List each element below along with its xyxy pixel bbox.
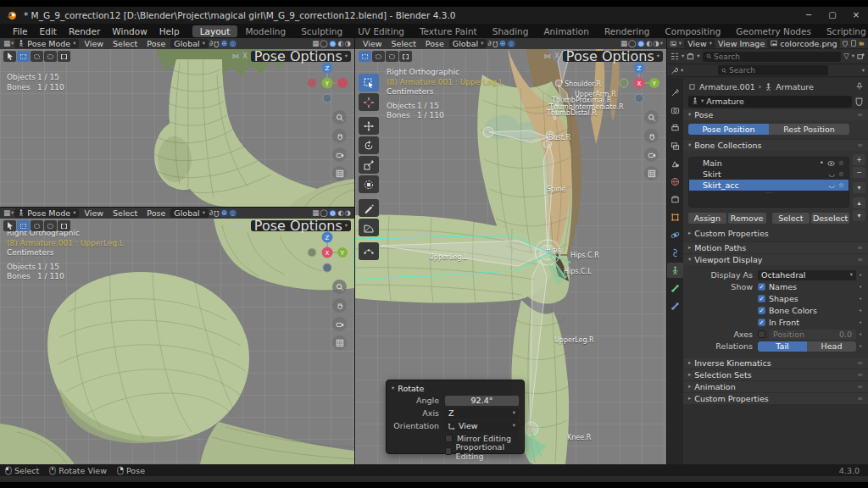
mirror-x-icon[interactable]: X (242, 53, 248, 60)
workspace-tab-geometry-nodes[interactable]: Geometry Nodes (728, 25, 819, 37)
menu-view[interactable]: View (80, 39, 108, 48)
grip-icon[interactable]: ≡ (857, 244, 863, 252)
names-checkbox[interactable]: ✓ (758, 283, 765, 291)
add-collection-button[interactable]: + (853, 154, 865, 165)
star-icon[interactable]: ☆ (838, 170, 844, 178)
menu-pose[interactable]: Pose (142, 39, 170, 48)
workspace-tab-uv-editing[interactable]: UV Editing (350, 25, 412, 37)
gizmo-toggle-icon[interactable]: ∂ (487, 40, 491, 47)
shading-solid-icon[interactable]: ● (329, 209, 337, 217)
remove-button[interactable]: Remove (728, 213, 766, 224)
section-inverse-kinematics[interactable]: ▸ Inverse Kinematics ≡ (683, 358, 868, 369)
eye-hidden-icon[interactable]: ◡ (829, 170, 835, 178)
orientation-selector[interactable]: Global▾ (170, 208, 209, 218)
menu-file[interactable]: File (7, 26, 34, 36)
pose-options-dropdown[interactable]: Pose Options▾ (251, 220, 351, 231)
mode-selector[interactable]: Pose Mode▾ (14, 39, 79, 48)
workspace-tab-animation[interactable]: Animation (536, 25, 597, 37)
grip-icon[interactable]: ≡ (857, 141, 863, 149)
tool-pose-breakdowner[interactable] (359, 242, 379, 260)
shading-wireframe-icon[interactable]: ◯ (320, 40, 328, 47)
list-resize-grip[interactable]: ···· (689, 191, 849, 196)
tab-collection[interactable] (667, 191, 683, 207)
workspace-tab-rendering[interactable]: Rendering (597, 25, 658, 37)
workspace-tab-texture-paint[interactable]: Texture Paint (412, 25, 485, 37)
toggle-grid-icon[interactable] (332, 336, 347, 350)
breadcrumb-data[interactable]: Armature (776, 82, 814, 92)
workspace-tab-layout[interactable]: Layout (192, 25, 238, 37)
assign-button[interactable]: Assign (688, 213, 726, 224)
eye-visible-icon[interactable] (827, 161, 835, 166)
workspace-tab-scripting[interactable]: Scripting (819, 25, 868, 37)
section-custom-properties[interactable]: ▸ Custom Properties ≡ (683, 393, 868, 404)
grip-icon[interactable]: ≡ (857, 371, 863, 379)
image-mode-dropdown[interactable]: View▾ (684, 39, 715, 48)
outliner-search[interactable] (703, 52, 842, 62)
navigation-gizmo[interactable]: Z X Y (617, 59, 661, 108)
tab-object[interactable] (667, 209, 683, 225)
tab-bone[interactable] (667, 280, 683, 296)
proportional-edit-icon[interactable]: ◎ (229, 40, 236, 47)
mirror-x-icon[interactable]: X (554, 53, 559, 60)
snap-magnet-icon[interactable]: Ω (214, 40, 220, 47)
rotate-operator-panel[interactable]: ▾Rotate Angle 92.4° Axis Z▾ Orientation … (386, 380, 525, 454)
shading-solid-icon[interactable]: ● (329, 40, 337, 47)
grip-icon[interactable]: ≡ (857, 359, 863, 367)
animate-dot-icon[interactable]: • (856, 272, 865, 279)
tool-select-box[interactable] (359, 74, 379, 92)
menu-edit[interactable]: Edit (34, 26, 63, 36)
relations-head-button[interactable]: Head (807, 341, 856, 352)
select-lasso-button[interactable] (386, 51, 398, 62)
menu-pose[interactable]: Pose (421, 39, 448, 48)
close-button[interactable]: × (844, 7, 868, 24)
editor-type-icon[interactable]: ▦ (3, 40, 10, 47)
pan-hand-icon[interactable] (332, 129, 347, 143)
proportional-editing-checkbox[interactable] (445, 447, 452, 455)
zoom-icon[interactable] (332, 280, 347, 294)
menu-render[interactable]: Render (63, 26, 106, 36)
animate-dot-icon[interactable]: • (856, 296, 865, 302)
shading-rendered-icon[interactable]: ◑ (653, 40, 659, 47)
workspace-tab-sculpting[interactable]: Sculpting (293, 25, 350, 37)
workspace-tab-shading[interactable]: Shading (485, 25, 537, 37)
tab-view-layer[interactable] (667, 138, 683, 153)
shading-material-icon[interactable]: ◐ (337, 40, 343, 47)
xray-toggle-icon[interactable]: ▦ (620, 40, 627, 47)
properties-search[interactable] (718, 65, 828, 75)
menu-select[interactable]: Select (108, 208, 142, 218)
section-bone-collections[interactable]: ▾ Bone Collections ≡ (683, 140, 868, 151)
viewport-center[interactable]: View Select Pose Global▾ ∂ Ω ⊕ ◎ ▦ ◯ ● ◐… (355, 38, 666, 464)
axes-position-slider[interactable]: Position0.0 (769, 330, 856, 340)
menu-view[interactable]: View (359, 39, 387, 48)
axis-dropdown[interactable]: Z▾ (445, 408, 519, 419)
select-box-button[interactable] (17, 51, 30, 62)
select-lasso-button[interactable] (44, 51, 57, 62)
navigation-gizmo[interactable]: Z Y (305, 59, 349, 108)
camera-view-icon[interactable] (332, 317, 347, 331)
axes-checkbox[interactable] (758, 330, 765, 338)
tab-tool[interactable] (667, 85, 683, 100)
rest-position-button[interactable]: Rest Position (769, 124, 849, 135)
display-as-dropdown[interactable]: Octahedral▾ (758, 270, 856, 280)
tool-measure[interactable] (359, 219, 379, 236)
toggle-grid-icon[interactable] (332, 166, 347, 180)
tab-output[interactable] (667, 120, 683, 136)
snap-magnet-icon[interactable]: Ω (214, 209, 220, 217)
image-editor-icon[interactable] (670, 40, 676, 47)
orientation-selector[interactable]: Global▾ (449, 39, 487, 48)
tool-annotate[interactable] (359, 199, 379, 217)
select-lasso-button[interactable] (44, 220, 57, 231)
select-circle-button[interactable] (31, 220, 43, 231)
fake-user-shield-icon[interactable] (855, 97, 863, 106)
mode-selector[interactable]: Pose Mode▾ (14, 208, 79, 218)
menu-view[interactable]: View (80, 208, 108, 218)
tab-render[interactable] (667, 103, 683, 118)
tab-physics[interactable] (667, 227, 683, 242)
snap-target-icon[interactable]: ⊕ (498, 40, 506, 47)
animate-dot-icon[interactable]: • (856, 343, 865, 350)
snap-magnet-icon[interactable]: Ω (492, 40, 498, 47)
menu-help[interactable]: Help (153, 26, 186, 36)
select-box-button[interactable] (17, 220, 30, 231)
rotate-panel-header[interactable]: ▾Rotate (392, 383, 519, 394)
section-viewport-display[interactable]: ▾ Viewport Display ≡ (683, 254, 868, 265)
